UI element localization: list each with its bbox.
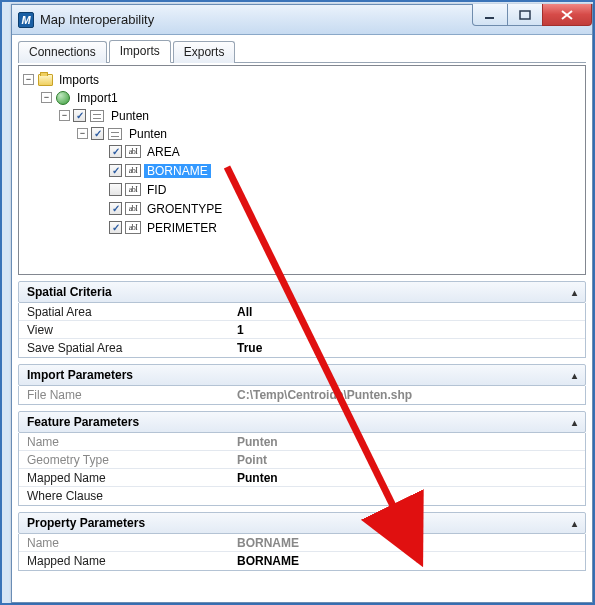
prop-label: Name (27, 536, 237, 550)
prop-row[interactable]: Spatial Area All (19, 303, 585, 321)
tree-node-punten-feature[interactable]: − Punten (77, 125, 581, 142)
prop-row[interactable]: Mapped Name Punten (19, 469, 585, 487)
checkbox[interactable] (109, 183, 122, 196)
prop-value: All (237, 305, 577, 319)
checkbox[interactable] (91, 127, 104, 140)
prop-row[interactable]: Name BORNAME (19, 534, 585, 552)
window-title: Map Interoperability (40, 12, 154, 27)
field-icon: abI (125, 183, 141, 196)
imports-tree[interactable]: − Imports − Import1 (18, 65, 586, 275)
collapse-arrow-icon: ▴ (572, 287, 577, 298)
titlebar: M Map Interoperability (12, 5, 592, 35)
field-icon: abI (125, 164, 141, 177)
svg-rect-0 (485, 17, 494, 19)
prop-label: Mapped Name (27, 471, 237, 485)
tree-label: FID (144, 183, 169, 197)
collapse-arrow-icon: ▴ (572, 518, 577, 529)
section-header[interactable]: Import Parameters ▴ (18, 364, 586, 386)
section-header[interactable]: Feature Parameters ▴ (18, 411, 586, 433)
minimize-button[interactable] (472, 4, 508, 26)
tree-node-field-area[interactable]: abI AREA (95, 143, 581, 160)
svg-rect-1 (520, 11, 530, 19)
prop-label: Geometry Type (27, 453, 237, 467)
field-icon: abI (125, 202, 141, 215)
tab-imports[interactable]: Imports (109, 40, 171, 63)
prop-label: Spatial Area (27, 305, 237, 319)
checkbox[interactable] (109, 145, 122, 158)
prop-value: Punten (237, 435, 577, 449)
prop-row[interactable]: Mapped Name BORNAME (19, 552, 585, 570)
section-title: Import Parameters (27, 368, 133, 382)
checkbox[interactable] (73, 109, 86, 122)
field-icon: abI (125, 221, 141, 234)
collapse-arrow-icon: ▴ (572, 370, 577, 381)
checkbox[interactable] (109, 202, 122, 215)
prop-value: Punten (237, 471, 577, 485)
tree-label: Punten (108, 109, 152, 123)
prop-value: True (237, 341, 577, 355)
section-property-parameters: Property Parameters ▴ Name BORNAME Mappe… (18, 512, 586, 571)
tree-node-field-fid[interactable]: abI FID (95, 181, 581, 198)
collapse-icon[interactable]: − (41, 92, 52, 103)
prop-value: BORNAME (237, 554, 577, 568)
prop-value: 1 (237, 323, 577, 337)
section-header[interactable]: Spatial Criteria ▴ (18, 281, 586, 303)
collapse-icon[interactable]: − (77, 128, 88, 139)
tab-strip: Connections Imports Exports (18, 41, 586, 63)
prop-label: View (27, 323, 237, 337)
prop-label: Save Spatial Area (27, 341, 237, 355)
prop-row[interactable]: Name Punten (19, 433, 585, 451)
tree-label: Import1 (74, 91, 121, 105)
prop-row[interactable]: View 1 (19, 321, 585, 339)
prop-label: Where Clause (27, 489, 237, 503)
section-import-parameters: Import Parameters ▴ File Name C:\Temp\Ce… (18, 364, 586, 405)
folder-icon (37, 72, 53, 88)
collapse-arrow-icon: ▴ (572, 417, 577, 428)
app-icon: M (18, 12, 34, 28)
tree-node-import1[interactable]: − Import1 (41, 89, 581, 106)
tree-label: Punten (126, 127, 170, 141)
prop-value: C:\Temp\Centroide\Punten.shp (237, 388, 577, 402)
prop-row[interactable]: Geometry Type Point (19, 451, 585, 469)
tree-node-field-groentype[interactable]: abI GROENTYPE (95, 200, 581, 217)
field-icon: abI (125, 145, 141, 158)
tree-label: PERIMETER (144, 221, 220, 235)
prop-label: File Name (27, 388, 237, 402)
section-header[interactable]: Property Parameters ▴ (18, 512, 586, 534)
prop-row[interactable]: Save Spatial Area True (19, 339, 585, 357)
section-title: Spatial Criteria (27, 285, 112, 299)
layer-icon (89, 108, 105, 124)
tree-label: GROENTYPE (144, 202, 225, 216)
prop-row[interactable]: File Name C:\Temp\Centroide\Punten.shp (19, 386, 585, 404)
checkbox[interactable] (109, 164, 122, 177)
tree-label: BORNAME (144, 164, 211, 178)
tree-node-punten-source[interactable]: − Punten (59, 107, 581, 124)
prop-label: Name (27, 435, 237, 449)
map-interoperability-window: M Map Interoperability Connections Impor… (11, 4, 593, 603)
prop-value: Point (237, 453, 577, 467)
section-title: Feature Parameters (27, 415, 139, 429)
tree-node-imports[interactable]: − Imports (23, 71, 581, 88)
prop-value: BORNAME (237, 536, 577, 550)
section-spatial-criteria: Spatial Criteria ▴ Spatial Area All View… (18, 281, 586, 358)
tree-label: AREA (144, 145, 183, 159)
tree-node-field-borname[interactable]: abI BORNAME (95, 162, 581, 179)
collapse-icon[interactable]: − (59, 110, 70, 121)
section-feature-parameters: Feature Parameters ▴ Name Punten Geometr… (18, 411, 586, 506)
checkbox[interactable] (109, 221, 122, 234)
globe-icon (55, 90, 71, 106)
prop-label: Mapped Name (27, 554, 237, 568)
section-title: Property Parameters (27, 516, 145, 530)
tree-label: Imports (56, 73, 102, 87)
collapse-icon[interactable]: − (23, 74, 34, 85)
close-button[interactable] (542, 4, 592, 26)
maximize-button[interactable] (507, 4, 543, 26)
tree-node-field-perimeter[interactable]: abI PERIMETER (95, 219, 581, 236)
feature-icon (107, 126, 123, 142)
tab-exports[interactable]: Exports (173, 41, 236, 63)
tab-connections[interactable]: Connections (18, 41, 107, 63)
prop-row[interactable]: Where Clause (19, 487, 585, 505)
